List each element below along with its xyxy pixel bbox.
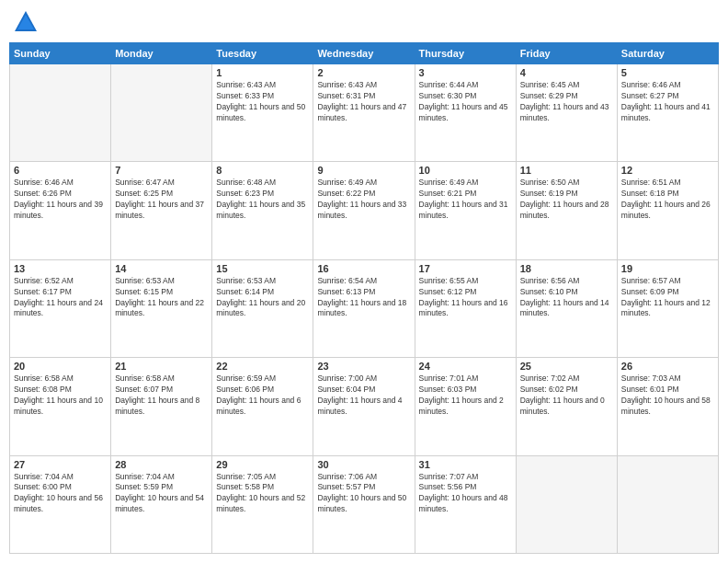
cell-info: Sunrise: 7:05 AM Sunset: 5:58 PM Dayligh… <box>216 472 309 516</box>
day-number: 26 <box>621 361 714 372</box>
day-number: 11 <box>520 165 613 176</box>
day-number: 24 <box>419 361 512 372</box>
calendar-table: SundayMondayTuesdayWednesdayThursdayFrid… <box>9 42 719 554</box>
header <box>9 9 719 35</box>
cell-info: Sunrise: 6:50 AM Sunset: 6:19 PM Dayligh… <box>520 178 613 222</box>
day-number: 20 <box>14 361 107 372</box>
cell-info: Sunrise: 6:57 AM Sunset: 6:09 PM Dayligh… <box>621 276 714 320</box>
day-number: 13 <box>14 263 107 274</box>
calendar-cell: 31Sunrise: 7:07 AM Sunset: 5:56 PM Dayli… <box>415 455 516 553</box>
weekday-header-tuesday: Tuesday <box>212 43 313 64</box>
cell-info: Sunrise: 6:59 AM Sunset: 6:06 PM Dayligh… <box>216 373 309 418</box>
calendar-cell: 4Sunrise: 6:45 AM Sunset: 6:29 PM Daylig… <box>516 64 617 162</box>
day-number: 9 <box>317 165 410 176</box>
day-number: 31 <box>419 459 512 470</box>
calendar-cell: 22Sunrise: 6:59 AM Sunset: 6:06 PM Dayli… <box>212 358 313 455</box>
day-number: 29 <box>216 459 309 470</box>
weekday-header-saturday: Saturday <box>617 43 718 64</box>
day-number: 14 <box>115 263 208 274</box>
day-number: 12 <box>621 165 714 176</box>
cell-info: Sunrise: 6:58 AM Sunset: 6:07 PM Dayligh… <box>115 373 208 418</box>
calendar-cell: 21Sunrise: 6:58 AM Sunset: 6:07 PM Dayli… <box>111 358 212 455</box>
calendar-cell: 14Sunrise: 6:53 AM Sunset: 6:15 PM Dayli… <box>111 259 212 357</box>
calendar-cell: 7Sunrise: 6:47 AM Sunset: 6:25 PM Daylig… <box>111 162 212 259</box>
cell-info: Sunrise: 6:54 AM Sunset: 6:13 PM Dayligh… <box>317 276 410 320</box>
calendar-cell: 17Sunrise: 6:55 AM Sunset: 6:12 PM Dayli… <box>415 259 516 357</box>
day-number: 10 <box>419 165 512 176</box>
cell-info: Sunrise: 6:49 AM Sunset: 6:22 PM Dayligh… <box>317 178 410 222</box>
cell-info: Sunrise: 7:04 AM Sunset: 6:00 PM Dayligh… <box>14 472 107 516</box>
cell-info: Sunrise: 6:48 AM Sunset: 6:23 PM Dayligh… <box>216 178 309 222</box>
calendar-cell: 5Sunrise: 6:46 AM Sunset: 6:27 PM Daylig… <box>617 64 718 162</box>
calendar-cell: 25Sunrise: 7:02 AM Sunset: 6:02 PM Dayli… <box>516 358 617 455</box>
cell-info: Sunrise: 6:45 AM Sunset: 6:29 PM Dayligh… <box>520 80 613 124</box>
calendar-cell: 18Sunrise: 6:56 AM Sunset: 6:10 PM Dayli… <box>516 259 617 357</box>
cell-info: Sunrise: 6:53 AM Sunset: 6:14 PM Dayligh… <box>216 276 309 320</box>
cell-info: Sunrise: 7:04 AM Sunset: 5:59 PM Dayligh… <box>115 472 208 516</box>
cell-info: Sunrise: 6:56 AM Sunset: 6:10 PM Dayligh… <box>520 276 613 320</box>
weekday-header-wednesday: Wednesday <box>313 43 415 64</box>
day-number: 8 <box>216 165 309 176</box>
calendar-week-3: 20Sunrise: 6:58 AM Sunset: 6:08 PM Dayli… <box>10 358 719 455</box>
calendar-cell: 26Sunrise: 7:03 AM Sunset: 6:01 PM Dayli… <box>617 358 718 455</box>
calendar-cell: 11Sunrise: 6:50 AM Sunset: 6:19 PM Dayli… <box>516 162 617 259</box>
calendar-cell: 23Sunrise: 7:00 AM Sunset: 6:04 PM Dayli… <box>313 358 415 455</box>
cell-info: Sunrise: 6:43 AM Sunset: 6:33 PM Dayligh… <box>216 80 309 124</box>
calendar-week-4: 27Sunrise: 7:04 AM Sunset: 6:00 PM Dayli… <box>10 455 719 553</box>
cell-info: Sunrise: 6:53 AM Sunset: 6:15 PM Dayligh… <box>115 276 208 320</box>
day-number: 4 <box>520 67 613 78</box>
day-number: 7 <box>115 165 208 176</box>
calendar-week-2: 13Sunrise: 6:52 AM Sunset: 6:17 PM Dayli… <box>10 259 719 357</box>
cell-info: Sunrise: 6:46 AM Sunset: 6:27 PM Dayligh… <box>621 80 714 124</box>
cell-info: Sunrise: 6:43 AM Sunset: 6:31 PM Dayligh… <box>317 80 410 124</box>
calendar-cell <box>516 455 617 553</box>
day-number: 25 <box>520 361 613 372</box>
calendar-cell: 12Sunrise: 6:51 AM Sunset: 6:18 PM Dayli… <box>617 162 718 259</box>
day-number: 3 <box>419 67 512 78</box>
day-number: 27 <box>14 459 107 470</box>
day-number: 5 <box>621 67 714 78</box>
calendar-cell: 15Sunrise: 6:53 AM Sunset: 6:14 PM Dayli… <box>212 259 313 357</box>
day-number: 18 <box>520 263 613 274</box>
calendar-cell: 6Sunrise: 6:46 AM Sunset: 6:26 PM Daylig… <box>10 162 111 259</box>
weekday-header-thursday: Thursday <box>415 43 516 64</box>
logo <box>13 9 42 35</box>
cell-info: Sunrise: 6:58 AM Sunset: 6:08 PM Dayligh… <box>14 373 107 418</box>
calendar-cell: 2Sunrise: 6:43 AM Sunset: 6:31 PM Daylig… <box>313 64 415 162</box>
day-number: 2 <box>317 67 410 78</box>
cell-info: Sunrise: 6:51 AM Sunset: 6:18 PM Dayligh… <box>621 178 714 222</box>
calendar-cell: 19Sunrise: 6:57 AM Sunset: 6:09 PM Dayli… <box>617 259 718 357</box>
day-number: 21 <box>115 361 208 372</box>
calendar-cell: 29Sunrise: 7:05 AM Sunset: 5:58 PM Dayli… <box>212 455 313 553</box>
cell-info: Sunrise: 7:07 AM Sunset: 5:56 PM Dayligh… <box>419 472 512 516</box>
day-number: 15 <box>216 263 309 274</box>
cell-info: Sunrise: 7:00 AM Sunset: 6:04 PM Dayligh… <box>317 373 410 418</box>
calendar-cell: 10Sunrise: 6:49 AM Sunset: 6:21 PM Dayli… <box>415 162 516 259</box>
calendar-cell: 28Sunrise: 7:04 AM Sunset: 5:59 PM Dayli… <box>111 455 212 553</box>
day-number: 19 <box>621 263 714 274</box>
calendar-cell: 30Sunrise: 7:06 AM Sunset: 5:57 PM Dayli… <box>313 455 415 553</box>
cell-info: Sunrise: 7:02 AM Sunset: 6:02 PM Dayligh… <box>520 373 613 418</box>
calendar-cell: 20Sunrise: 6:58 AM Sunset: 6:08 PM Dayli… <box>10 358 111 455</box>
weekday-header-friday: Friday <box>516 43 617 64</box>
calendar-cell <box>617 455 718 553</box>
cell-info: Sunrise: 7:06 AM Sunset: 5:57 PM Dayligh… <box>317 472 410 516</box>
day-number: 6 <box>14 165 107 176</box>
weekday-header-sunday: Sunday <box>10 43 111 64</box>
cell-info: Sunrise: 7:03 AM Sunset: 6:01 PM Dayligh… <box>621 373 714 418</box>
calendar-cell: 16Sunrise: 6:54 AM Sunset: 6:13 PM Dayli… <box>313 259 415 357</box>
weekday-header-monday: Monday <box>111 43 212 64</box>
calendar-cell: 8Sunrise: 6:48 AM Sunset: 6:23 PM Daylig… <box>212 162 313 259</box>
calendar-cell: 3Sunrise: 6:44 AM Sunset: 6:30 PM Daylig… <box>415 64 516 162</box>
cell-info: Sunrise: 6:47 AM Sunset: 6:25 PM Dayligh… <box>115 178 208 222</box>
calendar-week-1: 6Sunrise: 6:46 AM Sunset: 6:26 PM Daylig… <box>10 162 719 259</box>
calendar-week-0: 1Sunrise: 6:43 AM Sunset: 6:33 PM Daylig… <box>10 64 719 162</box>
day-number: 22 <box>216 361 309 372</box>
calendar-cell <box>10 64 111 162</box>
day-number: 30 <box>317 459 410 470</box>
calendar-cell: 24Sunrise: 7:01 AM Sunset: 6:03 PM Dayli… <box>415 358 516 455</box>
day-number: 23 <box>317 361 410 372</box>
logo-icon <box>13 9 39 35</box>
calendar-cell: 9Sunrise: 6:49 AM Sunset: 6:22 PM Daylig… <box>313 162 415 259</box>
cell-info: Sunrise: 6:52 AM Sunset: 6:17 PM Dayligh… <box>14 276 107 320</box>
